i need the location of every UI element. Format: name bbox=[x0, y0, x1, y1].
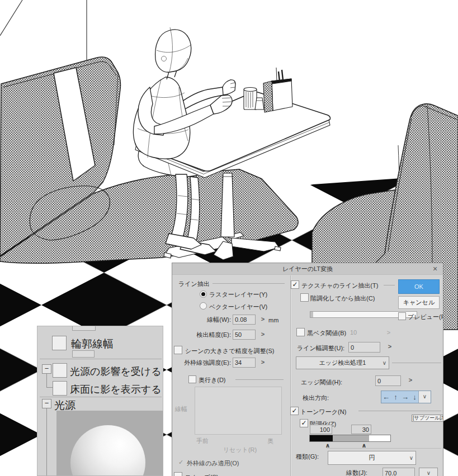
divider bbox=[213, 283, 285, 284]
tone-threshold-2-input[interactable] bbox=[351, 425, 371, 434]
raster-layer-radio[interactable] bbox=[200, 291, 207, 298]
smooth-checkbox[interactable]: ✓ bbox=[174, 472, 182, 476]
tone-gradient-bar[interactable] bbox=[309, 435, 391, 442]
divider bbox=[235, 379, 284, 380]
line-width-input[interactable] bbox=[233, 315, 256, 325]
outline-width-checkbox[interactable] bbox=[52, 336, 67, 350]
black-fill-label: 黒ベタ閾値(B) bbox=[307, 329, 346, 337]
tone-threshold-1-input[interactable] bbox=[310, 425, 332, 434]
line-width-unit: mm bbox=[268, 317, 278, 323]
outline-emphasis-spinner-icon[interactable]: > bbox=[259, 359, 266, 365]
raster-layer-label: ラスターレイヤー(Y) bbox=[209, 291, 267, 299]
outline-width-field[interactable] bbox=[72, 350, 95, 358]
line-count-dropdown[interactable]: ∨ bbox=[419, 468, 438, 476]
line-width-adjust-spinner-icon[interactable]: > bbox=[386, 343, 393, 350]
edge-process-dropdown[interactable]: エッジ検出処理1 ∨ bbox=[296, 356, 389, 369]
minus-icon: − bbox=[45, 399, 49, 407]
divider bbox=[40, 359, 162, 359]
arrow-left-icon[interactable]: ← bbox=[381, 392, 391, 403]
tone-type-dropdown[interactable]: 円 ∨ bbox=[328, 451, 416, 465]
light-source-preview[interactable] bbox=[56, 411, 163, 476]
line-width-label: 線幅(W): bbox=[172, 316, 231, 324]
smooth-label: スムーズ(S) bbox=[185, 473, 218, 476]
vector-layer-label: ベクターレイヤー(V) bbox=[209, 303, 267, 311]
outline-only-label: 外枠線のみ適用(O) bbox=[187, 459, 239, 468]
floor-shadow-label: 床面に影を表示する bbox=[70, 383, 162, 396]
reset-button[interactable]: リセット(R) bbox=[222, 446, 258, 454]
edge-threshold-label: エッジ閾値(H): bbox=[301, 378, 342, 387]
edge-process-value: エッジ検出処理1 bbox=[319, 359, 366, 366]
check-icon: ✓ bbox=[300, 420, 308, 427]
depth-checkbox[interactable]: ✓ bbox=[188, 375, 196, 383]
line-count-input[interactable] bbox=[383, 468, 415, 476]
outline-width-label: 輪郭線幅 bbox=[71, 337, 114, 351]
tone-first-checkbox[interactable]: ✓ bbox=[300, 293, 309, 302]
tone-type-value: 円 bbox=[369, 454, 375, 461]
chevron-down-icon: ∨ bbox=[427, 468, 431, 476]
table-items bbox=[244, 68, 292, 112]
app-canvas: 輪郭線幅 − 光源の影響を受ける 床面に影を表示する − 光源 レイヤーのLT変… bbox=[0, 0, 458, 476]
light-sphere[interactable] bbox=[70, 425, 145, 476]
line-width-adjust-input[interactable] bbox=[348, 342, 380, 353]
close-icon[interactable]: × bbox=[430, 264, 440, 273]
tree-connector bbox=[46, 374, 47, 387]
posterize-checkbox[interactable]: ✓ bbox=[300, 419, 308, 427]
tone-first-label: 階調化してから抽出(C) bbox=[310, 294, 375, 303]
check-icon: ✓ bbox=[291, 281, 299, 288]
chevron-down-icon: ∨ bbox=[383, 357, 386, 369]
depth-axis-label: 線幅 bbox=[175, 405, 187, 413]
light-influence-checkbox[interactable] bbox=[53, 363, 67, 378]
accuracy-spinner-icon[interactable]: > bbox=[259, 331, 266, 337]
tone-work-checkbox[interactable]: ✓ bbox=[290, 407, 299, 415]
accuracy-input[interactable] bbox=[233, 330, 256, 340]
line-width-adjust-label: ライン幅調整(U): bbox=[297, 344, 344, 353]
line-count-label: 線数(J): bbox=[346, 469, 367, 476]
divider bbox=[40, 397, 162, 397]
tone-type-label: 種類(G): bbox=[296, 453, 319, 461]
clipped-value-field[interactable] bbox=[72, 326, 96, 331]
tool-property-panel: 輪郭線幅 − 光源の影響を受ける 床面に影を表示する − 光源 bbox=[37, 326, 163, 476]
subtool-tooltip: [サブツール詳細パ bbox=[412, 415, 443, 422]
arrow-right-icon[interactable]: → bbox=[400, 392, 410, 403]
outline-only-check-icon: ✓ bbox=[178, 459, 183, 466]
lt-conversion-dialog: レイヤーのLT変換 × ライン抽出 ラスターレイヤー(Y) ベクターレイヤー(V… bbox=[172, 263, 443, 476]
tree-connector bbox=[46, 408, 47, 476]
tone-segment-white bbox=[369, 435, 390, 441]
depth-curve-box[interactable] bbox=[195, 387, 282, 435]
tone-segment-black bbox=[310, 435, 333, 441]
direction-control[interactable]: ← ↑ → ↓ ∨ bbox=[381, 391, 431, 403]
texture-extract-checkbox[interactable]: ✓ bbox=[291, 280, 299, 289]
slider-fill bbox=[310, 312, 313, 317]
black-fill-spinner-icon: > bbox=[385, 329, 392, 336]
outline-emphasis-label: 外枠線強調度(E): bbox=[172, 359, 231, 367]
column-divider bbox=[290, 275, 291, 476]
chevron-down-icon[interactable]: ∨ bbox=[418, 391, 431, 403]
direction-label: 検出方向: bbox=[303, 394, 329, 402]
line-width-spinner-icon[interactable]: > bbox=[259, 316, 266, 322]
divider bbox=[384, 285, 395, 285]
divider bbox=[327, 448, 441, 449]
cancel-button[interactable]: キャンセル bbox=[398, 296, 440, 309]
collapse-icon[interactable]: − bbox=[42, 364, 51, 374]
near-label: 手前 bbox=[196, 437, 209, 445]
black-fill-value: 10 bbox=[350, 329, 357, 336]
depth-label: 奥行き(D) bbox=[199, 376, 226, 384]
arrow-up-icon[interactable]: ↑ bbox=[391, 392, 400, 403]
accuracy-label: 検出精度(E): bbox=[172, 331, 231, 339]
edge-threshold-input[interactable] bbox=[375, 375, 401, 386]
outline-emphasis-input[interactable] bbox=[233, 358, 256, 368]
floor-shadow-checkbox[interactable] bbox=[53, 381, 67, 396]
scene-scale-checkbox[interactable]: ✓ bbox=[174, 346, 182, 354]
black-fill-checkbox[interactable]: ✓ bbox=[296, 328, 305, 336]
check-icon: ✓ bbox=[291, 407, 298, 415]
ok-button[interactable]: OK bbox=[398, 279, 440, 294]
vector-layer-radio[interactable] bbox=[200, 302, 207, 310]
dialog-title[interactable]: レイヤーのLT変換 bbox=[172, 263, 443, 275]
texture-extract-label: テクスチャのライン抽出(T) bbox=[301, 282, 378, 290]
far-label: 奥 bbox=[267, 437, 273, 445]
radio-dot-icon bbox=[201, 292, 205, 296]
tone-work-label: トーンワーク(N) bbox=[300, 408, 346, 416]
edge-threshold-spinner-icon[interactable]: > bbox=[407, 377, 414, 383]
collapse-icon[interactable]: − bbox=[42, 399, 51, 408]
preview-checkbox[interactable]: ✓ bbox=[398, 312, 406, 320]
